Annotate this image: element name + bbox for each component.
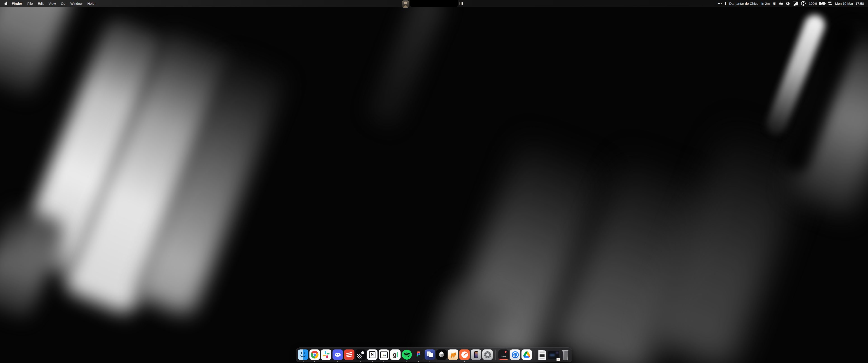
trash-bin-icon xyxy=(561,348,570,362)
menu-window[interactable]: Window xyxy=(68,2,85,5)
desktop-wallpaper xyxy=(0,0,868,363)
running-indicator xyxy=(303,361,304,362)
menu-go[interactable]: Go xyxy=(58,2,68,5)
running-indicator xyxy=(314,361,315,362)
reminder-indicator-bar xyxy=(725,2,726,5)
apple-menu-icon[interactable] xyxy=(4,2,7,5)
document-line xyxy=(539,358,545,359)
menu-edit[interactable]: Edit xyxy=(35,2,46,5)
dock-icon-paste[interactable] xyxy=(425,348,435,362)
menu-clock[interactable]: Mon 10 Mar 17:58 xyxy=(835,2,864,5)
document-line xyxy=(539,352,545,353)
calendar-date-glyph: 10 xyxy=(382,352,388,358)
todoist-logo-icon xyxy=(344,350,354,360)
dock-divider xyxy=(495,350,496,360)
camera-notch xyxy=(410,0,458,7)
running-indicator xyxy=(337,361,338,362)
dock-file-screenshot[interactable]: 11 xyxy=(548,348,559,362)
dock-icon-google-drive[interactable] xyxy=(522,348,532,362)
dock-trash[interactable] xyxy=(561,348,570,362)
menu-view[interactable]: View xyxy=(46,2,58,5)
dock-icon-postico[interactable] xyxy=(448,348,458,362)
dock-icon-3d-cube-app[interactable] xyxy=(436,348,447,362)
spotify-logo-icon xyxy=(402,350,412,360)
menu-file[interactable]: File xyxy=(25,2,35,5)
battery-percent: 100% xyxy=(809,2,817,5)
dock-icon-discord[interactable] xyxy=(333,348,343,362)
wallpaper-band xyxy=(0,0,76,100)
reminder-text[interactable]: Dar jantar do Chico · in 2m xyxy=(729,2,770,5)
dock-icon-1password[interactable] xyxy=(510,348,520,362)
pick-menu-icon[interactable] xyxy=(786,1,790,5)
granola-cursor xyxy=(776,2,776,5)
gear-icon xyxy=(484,351,491,358)
display-menu-icon[interactable] xyxy=(793,2,798,5)
dock-icon-notion-calendar[interactable]: 10 xyxy=(379,348,389,362)
audio-bars-menu-icon[interactable] xyxy=(460,2,463,5)
dock-icon-finder[interactable] xyxy=(298,348,308,362)
slack-logo-icon xyxy=(321,350,331,360)
chrome-logo-icon xyxy=(311,351,318,359)
document-line xyxy=(539,351,545,352)
menu-date: Mon 10 Mar xyxy=(835,2,853,5)
running-indicator xyxy=(372,361,373,362)
dock-icon-notion[interactable]: N xyxy=(367,348,377,362)
running-indicator xyxy=(383,361,384,362)
running-indicator xyxy=(418,361,419,362)
dock-icon-chrome[interactable] xyxy=(309,348,320,362)
raycast-label: raycast xyxy=(498,355,509,357)
iphone-icon xyxy=(474,351,478,358)
control-center-icon[interactable] xyxy=(828,2,832,5)
notion-n-glyph: N xyxy=(369,351,375,358)
figma-logo-icon xyxy=(413,350,424,360)
onepassword-menu-icon[interactable] xyxy=(801,1,806,6)
running-indicator xyxy=(464,361,465,362)
dock-icon-iphone-mirroring[interactable] xyxy=(471,348,481,362)
document-preview xyxy=(539,354,545,357)
raycast-glow xyxy=(498,359,509,360)
menu-app-name[interactable]: Finder xyxy=(9,2,25,5)
menu-bar-status-area: ••• Dar jantar do Chico · in 2m g 100% M… xyxy=(718,1,868,6)
granola-cursor-bar xyxy=(397,352,398,357)
menu-overflow-dots[interactable]: ••• xyxy=(718,2,722,5)
dock-icon-spotify[interactable] xyxy=(402,348,412,362)
running-indicator xyxy=(406,361,407,362)
running-indicator xyxy=(360,361,361,362)
dock-icon-slack[interactable] xyxy=(321,348,331,362)
wallpaper-band xyxy=(365,0,449,130)
raycast-diamond-icon xyxy=(504,351,507,353)
onepassword-logo-icon xyxy=(512,351,519,358)
dock-icon-raycast[interactable]: raycast xyxy=(498,348,509,362)
granola-menu-icon[interactable]: g xyxy=(773,1,776,5)
running-indicator xyxy=(430,361,430,362)
avatar-menu-icon[interactable] xyxy=(402,0,409,8)
battery-status[interactable]: 100% xyxy=(809,2,825,5)
granola-g-glyph: g xyxy=(393,352,397,358)
burst-menu-icon[interactable] xyxy=(779,2,783,5)
google-drive-logo-icon xyxy=(523,352,530,358)
dock-icon-postman[interactable] xyxy=(459,348,470,362)
battery-charging-icon xyxy=(819,2,825,5)
dock-icon-todoist[interactable] xyxy=(344,348,354,362)
dock-icon-linear[interactable] xyxy=(355,348,366,362)
dock-icon-system-settings[interactable] xyxy=(483,348,493,362)
menu-time: 17:58 xyxy=(855,2,864,5)
dock: N 10 g xyxy=(296,348,572,362)
calendar-badge: 11 xyxy=(556,358,560,361)
granola-glyph: g xyxy=(773,1,775,5)
dock-icon-figma[interactable] xyxy=(413,348,424,362)
paste-logo-icon xyxy=(425,350,435,360)
postman-logo-icon xyxy=(461,352,468,358)
cube-icon xyxy=(436,350,447,360)
linear-logo-icon xyxy=(355,350,366,360)
menu-help[interactable]: Help xyxy=(85,2,97,5)
finder-face-icon xyxy=(298,350,308,360)
dock-file-document[interactable] xyxy=(537,348,547,362)
dock-icon-granola[interactable]: g xyxy=(390,348,401,362)
menu-bar-left: Finder File Edit View Go Window Help xyxy=(0,2,97,5)
discord-logo-icon xyxy=(333,350,343,360)
elephant-icon xyxy=(448,350,458,360)
